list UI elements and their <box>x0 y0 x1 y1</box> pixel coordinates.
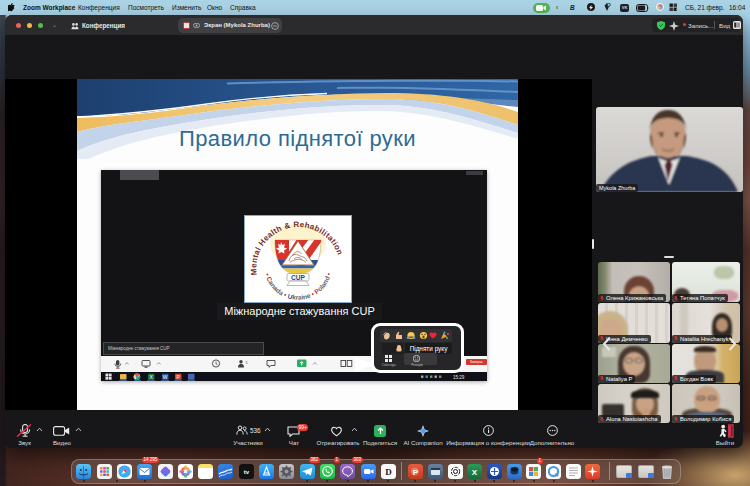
svg-text:15:29: 15:29 <box>453 374 465 379</box>
svg-text:CUP: CUP <box>291 274 306 281</box>
svg-text:tv: tv <box>244 469 250 475</box>
svg-text:X: X <box>472 467 478 476</box>
svg-text:P: P <box>413 467 419 476</box>
svg-text:D: D <box>385 467 392 477</box>
svg-text:W: W <box>163 373 168 379</box>
svg-text:1: 1 <box>246 360 249 365</box>
